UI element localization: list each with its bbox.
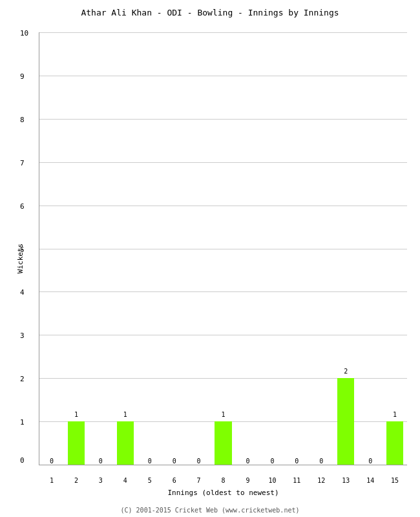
bar-zero-11: 0 — [295, 458, 299, 465]
x-label-4: 4 — [113, 477, 138, 484]
y-label-9: 9 — [20, 72, 25, 80]
x-label-8: 8 — [211, 477, 236, 484]
bar-group-7: 0 — [187, 32, 211, 465]
bar-zero-14: 0 — [368, 458, 372, 465]
bar-zero-10: 0 — [270, 458, 274, 465]
y-label-0: 0 — [20, 456, 25, 465]
bar-zero-6: 0 — [173, 458, 176, 465]
x-label-5: 5 — [138, 477, 162, 484]
bar-zero-9: 0 — [246, 458, 249, 465]
x-label-9: 9 — [236, 477, 260, 484]
bar-group-6: 0 — [162, 32, 187, 465]
x-label-15: 15 — [383, 477, 407, 484]
bar-2: 1 — [68, 421, 85, 465]
bar-value-4: 1 — [123, 411, 127, 418]
x-label-7: 7 — [187, 477, 211, 484]
bar-group-8: 1 — [211, 32, 236, 465]
bar-4: 1 — [117, 421, 134, 465]
bar-13: 2 — [337, 378, 355, 465]
x-label-2: 2 — [64, 477, 89, 484]
bar-zero-3: 0 — [99, 458, 103, 465]
bar-group-5: 0 — [138, 32, 162, 465]
footer: (C) 2001-2015 Cricket Web (www.cricketwe… — [0, 507, 420, 514]
chart-title: Athar Ali Khan - ODI - Bowling - Innings… — [0, 8, 420, 17]
y-label-8: 8 — [20, 115, 25, 123]
bar-group-15: 1 — [383, 32, 407, 465]
bar-group-13: 2 — [333, 32, 358, 465]
y-label-4: 4 — [20, 288, 25, 297]
bar-zero-1: 0 — [50, 458, 54, 465]
y-label-10: 10 — [20, 29, 28, 37]
chart-area: 10 9 8 7 6 5 4 3 2 1 0 — [39, 32, 407, 465]
bar-8: 1 — [215, 421, 232, 465]
bar-group-9: 0 — [236, 32, 260, 465]
bar-value-8: 1 — [222, 411, 226, 418]
bar-group-3: 0 — [89, 32, 113, 465]
bar-group-11: 0 — [284, 32, 309, 465]
bar-group-1: 0 — [39, 32, 64, 465]
bar-value-13: 2 — [344, 368, 348, 375]
x-label-13: 13 — [333, 477, 358, 484]
bars-area: 0 1 0 1 0 — [39, 32, 407, 465]
x-label-14: 14 — [358, 477, 383, 484]
bar-group-2: 1 — [64, 32, 89, 465]
x-label-11: 11 — [284, 477, 309, 484]
bar-group-10: 0 — [260, 32, 284, 465]
y-label-7: 7 — [20, 158, 25, 167]
x-axis-title: Innings (oldest to newest) — [39, 489, 407, 497]
chart-container: Athar Ali Khan - ODI - Bowling - Innings… — [0, 0, 420, 517]
y-label-3: 3 — [20, 332, 25, 340]
bar-15: 1 — [386, 421, 404, 465]
bar-group-4: 1 — [113, 32, 138, 465]
y-label-1: 1 — [20, 418, 25, 427]
x-label-12: 12 — [309, 477, 333, 484]
x-label-3: 3 — [89, 477, 113, 484]
bar-group-12: 0 — [309, 32, 333, 465]
bar-value-2: 1 — [74, 411, 78, 418]
bar-zero-12: 0 — [319, 458, 323, 465]
x-label-10: 10 — [260, 477, 284, 484]
x-label-1: 1 — [39, 477, 64, 484]
bar-zero-5: 0 — [148, 458, 152, 465]
y-label-5: 5 — [20, 245, 25, 253]
x-labels: 1 2 3 4 5 6 7 8 9 10 11 12 13 14 15 — [39, 477, 407, 484]
y-label-6: 6 — [20, 202, 25, 210]
y-label-2: 2 — [20, 375, 25, 383]
bar-zero-7: 0 — [197, 458, 201, 465]
bar-group-14: 0 — [358, 32, 383, 465]
bar-value-15: 1 — [393, 411, 397, 418]
x-label-6: 6 — [162, 477, 187, 484]
